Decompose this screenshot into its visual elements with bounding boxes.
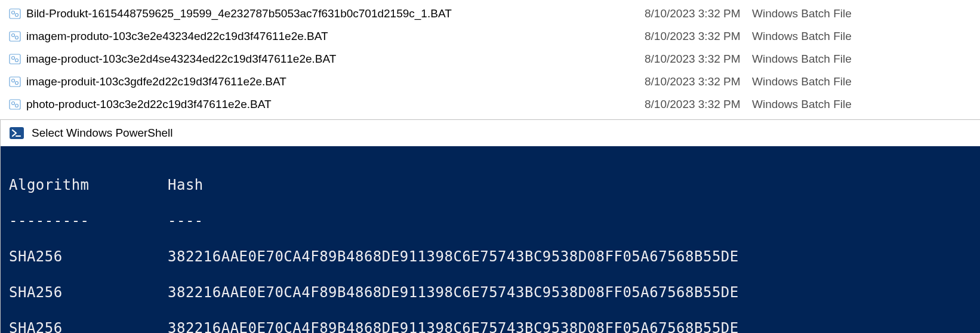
cell-algorithm: SHA256 (9, 319, 168, 333)
svg-rect-0 (10, 9, 20, 18)
file-type: Windows Batch File (752, 7, 980, 20)
file-type: Windows Batch File (752, 98, 980, 111)
file-row[interactable]: photo-product-103c3e2d22c19d3f47611e2e.B… (0, 93, 980, 116)
file-date: 8/10/2023 3:32 PM (645, 98, 752, 111)
file-name: image-produit-103c3gdfe2d22c19d3f47611e2… (26, 75, 645, 88)
console-data-row: SHA256382216AAE0E70CA4F89B4868DE911398C6… (9, 319, 972, 333)
cell-hash: 382216AAE0E70CA4F89B4868DE911398C6E75743… (168, 319, 972, 333)
column-dash-algorithm: --------- (9, 212, 168, 230)
console-header-row: AlgorithmHash (9, 176, 972, 194)
batch-file-icon (8, 53, 21, 66)
file-name: Bild-Produkt-1615448759625_19599_4e23278… (26, 7, 645, 20)
svg-rect-6 (10, 54, 20, 64)
file-row[interactable]: image-product-103c3e2d4se43234ed22c19d3f… (0, 48, 980, 70)
svg-rect-3 (10, 32, 20, 41)
column-header-hash: Hash (168, 176, 972, 194)
file-type: Windows Batch File (752, 75, 980, 88)
file-date: 8/10/2023 3:32 PM (645, 7, 752, 20)
file-date: 8/10/2023 3:32 PM (645, 75, 752, 88)
svg-rect-12 (10, 100, 20, 109)
column-header-algorithm: Algorithm (9, 176, 168, 194)
cell-algorithm: SHA256 (9, 283, 168, 301)
batch-file-icon (8, 30, 21, 43)
console-data-row: SHA256382216AAE0E70CA4F89B4868DE911398C6… (9, 283, 972, 301)
svg-rect-9 (10, 77, 20, 87)
file-type: Windows Batch File (752, 53, 980, 66)
powershell-titlebar[interactable]: Select Windows PowerShell (1, 120, 980, 146)
console-divider-row: ------------- (9, 212, 972, 230)
file-type: Windows Batch File (752, 30, 980, 43)
batch-file-icon (8, 7, 21, 20)
batch-file-icon (8, 75, 21, 88)
console-data-row: SHA256382216AAE0E70CA4F89B4868DE911398C6… (9, 248, 972, 266)
cell-hash: 382216AAE0E70CA4F89B4868DE911398C6E75743… (168, 248, 972, 266)
file-date: 8/10/2023 3:32 PM (645, 53, 752, 66)
file-date: 8/10/2023 3:32 PM (645, 30, 752, 43)
column-dash-hash: ---- (168, 212, 972, 230)
batch-file-icon (8, 98, 21, 111)
powershell-window: Select Windows PowerShell AlgorithmHash … (0, 119, 980, 333)
file-name: imagem-produto-103c3e2e43234ed22c19d3f47… (26, 30, 645, 43)
powershell-icon (9, 125, 24, 141)
powershell-title: Select Windows PowerShell (32, 127, 173, 140)
file-name: photo-product-103c3e2d22c19d3f47611e2e.B… (26, 98, 645, 111)
file-name: image-product-103c3e2d4se43234ed22c19d3f… (26, 53, 645, 66)
file-row[interactable]: Bild-Produkt-1615448759625_19599_4e23278… (0, 2, 980, 25)
file-row[interactable]: imagem-produto-103c3e2e43234ed22c19d3f47… (0, 25, 980, 48)
cell-algorithm: SHA256 (9, 248, 168, 266)
file-row[interactable]: image-produit-103c3gdfe2d22c19d3f47611e2… (0, 70, 980, 93)
cell-hash: 382216AAE0E70CA4F89B4868DE911398C6E75743… (168, 283, 972, 301)
file-list: Bild-Produkt-1615448759625_19599_4e23278… (0, 0, 980, 119)
powershell-console[interactable]: AlgorithmHash ------------- SHA256382216… (1, 146, 980, 333)
